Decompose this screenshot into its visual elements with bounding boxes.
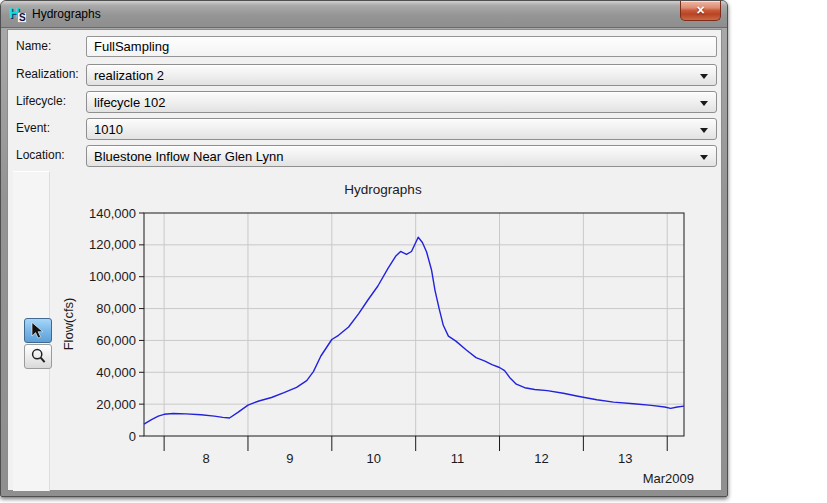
title-bar[interactable]: H S Hydrographs × [1, 1, 727, 28]
svg-text:40,000: 40,000 [96, 365, 136, 380]
chart-toolbar [13, 171, 50, 491]
desktop-background: H S Hydrographs × Name: FullSampling Rea… [0, 0, 827, 503]
location-label: Location: [16, 148, 65, 162]
hydrograph-chart: Hydrographs Flow(cfs) 020,00040,00060,00… [51, 170, 715, 490]
chart-title: Hydrographs [344, 182, 422, 197]
svg-text:0: 0 [129, 429, 136, 444]
name-label: Name: [16, 39, 51, 53]
lifecycle-combobox[interactable]: lifecycle 102 [86, 91, 717, 113]
svg-text:11: 11 [451, 451, 465, 466]
lifecycle-value: lifecycle 102 [94, 95, 166, 110]
window-title: Hydrographs [32, 7, 101, 21]
svg-text:10: 10 [367, 451, 381, 466]
svg-text:80,000: 80,000 [96, 301, 136, 316]
location-combobox[interactable]: Bluestone Inflow Near Glen Lynn [86, 145, 717, 167]
svg-text:120,000: 120,000 [89, 237, 136, 252]
name-input[interactable]: FullSampling [86, 36, 717, 57]
app-icon: H S [9, 5, 27, 23]
name-value: FullSampling [94, 39, 169, 54]
x-axis-month-label: Mar2009 [643, 471, 694, 486]
dialog-client-area: Name: FullSampling Realization: realizat… [7, 29, 722, 491]
y-axis-label: Flow(cfs) [61, 298, 76, 351]
event-label: Event: [16, 121, 50, 135]
cursor-arrow-icon [31, 322, 46, 340]
realization-label: Realization: [16, 67, 79, 81]
chevron-down-icon [700, 128, 708, 133]
chevron-down-icon [700, 101, 708, 106]
event-combobox[interactable]: 1010 [86, 118, 717, 140]
close-button[interactable]: × [680, 1, 721, 21]
svg-text:8: 8 [202, 451, 209, 466]
pointer-tool-button[interactable] [24, 318, 52, 343]
close-icon: × [696, 2, 704, 18]
zoom-tool-button[interactable] [24, 344, 52, 369]
magnifier-icon [31, 348, 47, 366]
hydrograph-line [144, 237, 684, 424]
lifecycle-label: Lifecycle: [16, 94, 66, 108]
location-value: Bluestone Inflow Near Glen Lynn [94, 149, 284, 164]
svg-text:20,000: 20,000 [96, 397, 136, 412]
event-value: 1010 [94, 122, 123, 137]
chevron-down-icon [700, 155, 708, 160]
svg-text:9: 9 [286, 451, 293, 466]
chevron-down-icon [700, 74, 708, 79]
svg-text:100,000: 100,000 [89, 269, 136, 284]
svg-text:60,000: 60,000 [96, 333, 136, 348]
app-icon-s: S [19, 12, 26, 23]
svg-text:12: 12 [534, 451, 548, 466]
realization-value: realization 2 [94, 68, 164, 83]
realization-combobox[interactable]: realization 2 [86, 64, 717, 86]
hydrographs-window: H S Hydrographs × Name: FullSampling Rea… [0, 0, 728, 497]
svg-text:13: 13 [618, 451, 632, 466]
app-icon-s-box: S [17, 12, 27, 23]
svg-text:140,000: 140,000 [89, 206, 136, 221]
